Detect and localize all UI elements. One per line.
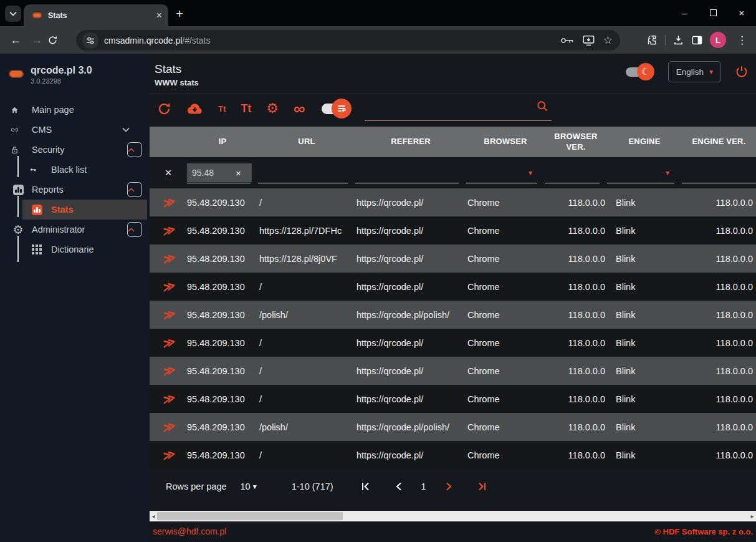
language-select[interactable]: English ▾ (668, 61, 721, 82)
search-input[interactable] (365, 99, 527, 119)
caret-down-icon[interactable]: ▾ (666, 168, 669, 177)
filter-browser-ver[interactable] (545, 162, 600, 183)
url-bar[interactable]: cmsadmin.qrcode.pl/#/stats ☆ (76, 30, 620, 51)
redirect-arrows-icon[interactable]: ≫ (161, 449, 176, 461)
col-browser-ver[interactable]: BROWSER VER. (545, 132, 607, 152)
sidebar-item-stats[interactable]: Stats (22, 200, 147, 220)
table-row[interactable]: ≫ 95.48.209.130 / https://qrcode.pl/ Chr… (150, 188, 756, 216)
scroll-left-icon[interactable]: ◂ (150, 513, 157, 520)
table-row[interactable]: ≫ 95.48.209.130 https://128.pl/7DFHc htt… (150, 216, 756, 244)
collapse-security-button[interactable] (127, 142, 142, 157)
cell-engine: Blink (607, 422, 682, 432)
sidebar-item-black-list[interactable]: Black list (0, 160, 150, 180)
filter-ip[interactable]: × (187, 162, 251, 183)
refresh-icon[interactable] (157, 102, 171, 116)
ip-filter-input[interactable] (187, 168, 231, 178)
cell-engine-ver: 118.0.0.0 (682, 226, 756, 236)
col-engine[interactable]: ENGINE (607, 137, 682, 147)
dark-mode-toggle[interactable]: ☾ (626, 63, 654, 80)
sidebar-item-reports[interactable]: Reports (0, 180, 150, 200)
col-engine-ver[interactable]: ENGINE VER. (682, 137, 756, 147)
install-app-icon[interactable] (583, 35, 595, 46)
table-row[interactable]: ≫ 95.48.209.130 / https://qrcode.pl/ Chr… (150, 385, 756, 413)
side-panel-icon[interactable] (691, 34, 703, 46)
last-page-button[interactable] (466, 482, 498, 491)
scrollbar-thumb[interactable] (157, 512, 343, 520)
tab-search-button[interactable] (5, 6, 21, 22)
collapse-reports-button[interactable] (127, 182, 142, 197)
clear-filters-button[interactable]: × (150, 162, 187, 183)
sidebar-item-dictionarie[interactable]: Dictionarie (0, 240, 150, 259)
support-email-link[interactable]: serwis@hdf.com.pl (153, 526, 226, 536)
url-text[interactable]: cmsadmin.qrcode.pl/#/stats (104, 36, 560, 46)
chevron-down-icon[interactable] (119, 127, 140, 132)
table-row[interactable]: ≫ 95.48.209.130 / https://qrcode.pl/ Chr… (150, 329, 756, 357)
table-row[interactable]: ≫ 95.48.209.130 / https://qrcode.pl/ Chr… (150, 357, 756, 385)
settings-gear-icon[interactable]: ⚙ (266, 102, 279, 115)
caret-down-icon: ▾ (709, 67, 713, 76)
chevron-right-icon (446, 482, 453, 491)
bookmark-star-icon[interactable]: ☆ (603, 34, 613, 47)
browser-menu-icon[interactable]: ⋮ (733, 34, 751, 47)
scroll-right-icon[interactable]: ▸ (749, 513, 756, 520)
filter-url[interactable] (258, 162, 348, 183)
filter-engine[interactable]: ▾ (607, 162, 674, 183)
redirect-arrows-icon[interactable]: ≫ (161, 365, 176, 377)
prev-page-button[interactable] (382, 482, 414, 491)
col-referer[interactable]: REFERER (355, 137, 466, 147)
first-page-button[interactable] (350, 482, 382, 491)
filter-referer[interactable] (355, 162, 459, 183)
horizontal-scrollbar[interactable]: ◂ ▸ (150, 511, 756, 521)
redirect-arrows-icon[interactable]: ≫ (161, 196, 176, 208)
redirect-arrows-icon[interactable]: ≫ (161, 309, 176, 321)
collapse-administrator-button[interactable] (127, 222, 142, 237)
filter-row-toggle[interactable] (322, 99, 352, 119)
filter-engine-ver[interactable] (682, 162, 756, 183)
logout-power-button[interactable] (735, 65, 749, 79)
caret-down-icon[interactable]: ▾ (529, 168, 532, 177)
redirect-arrows-icon[interactable]: ≫ (161, 393, 176, 405)
filter-browser[interactable]: ▾ (466, 162, 537, 183)
back-button[interactable]: ← (5, 34, 26, 47)
clear-ip-filter-icon[interactable]: × (236, 168, 241, 178)
infinity-link-icon[interactable]: ∞ (294, 102, 305, 115)
redirect-arrows-icon[interactable]: ≫ (161, 253, 176, 264)
sidebar-item-administrator[interactable]: ⚙ Administrator (0, 220, 150, 240)
redirect-arrows-icon[interactable]: ≫ (161, 337, 176, 349)
col-browser[interactable]: BROWSER (466, 137, 545, 147)
reload-button[interactable] (47, 35, 69, 46)
table-row[interactable]: ≫ 95.48.209.130 https://128.pl/8j0VF htt… (150, 244, 756, 273)
col-url[interactable]: URL (258, 137, 355, 147)
close-window-button[interactable]: × (727, 0, 756, 25)
next-page-button[interactable] (433, 482, 466, 491)
profile-avatar[interactable]: L (710, 32, 726, 48)
minimize-button[interactable]: – (670, 0, 699, 25)
maximize-button[interactable] (699, 0, 727, 25)
tab-close-icon[interactable]: × (156, 10, 162, 21)
forward-button[interactable]: → (26, 34, 47, 47)
sidebar-item-cms[interactable]: CMS (0, 120, 150, 140)
extensions-puzzle-icon[interactable] (646, 34, 658, 46)
table-row[interactable]: ≫ 95.48.209.130 /polish/ https://qrcode.… (150, 413, 756, 441)
table-row[interactable]: ≫ 95.48.209.130 /polish/ https://qrcode.… (150, 301, 756, 329)
table-row[interactable]: ≫ 95.48.209.130 / https://qrcode.pl/ Chr… (150, 273, 756, 301)
col-ip[interactable]: IP (187, 137, 258, 147)
cell-browser: Chrome (466, 254, 545, 264)
sidebar-item-security[interactable]: Security (0, 140, 150, 160)
tab-title: Stats (48, 11, 156, 20)
cloud-download-icon[interactable] (186, 102, 203, 115)
downloads-icon[interactable] (672, 34, 684, 46)
site-info-button[interactable] (82, 32, 98, 49)
browser-tab[interactable]: Stats × (24, 4, 168, 26)
table-row[interactable]: ≫ 95.48.209.130 / https://qrcode.pl/ Chr… (150, 441, 756, 469)
search-icon[interactable] (536, 100, 549, 113)
redirect-arrows-icon[interactable]: ≫ (161, 421, 176, 433)
redirect-arrows-icon[interactable]: ≫ (161, 225, 176, 236)
sidebar-item-main-page[interactable]: Main page (0, 100, 150, 120)
redirect-arrows-icon[interactable]: ≫ (161, 281, 176, 293)
page-size-select[interactable]: 10 ▾ (241, 482, 257, 491)
password-key-icon[interactable] (560, 36, 574, 45)
font-small-icon[interactable]: Tt (218, 104, 226, 114)
font-large-icon[interactable]: Tt (241, 102, 251, 115)
new-tab-button[interactable]: + (176, 6, 183, 21)
